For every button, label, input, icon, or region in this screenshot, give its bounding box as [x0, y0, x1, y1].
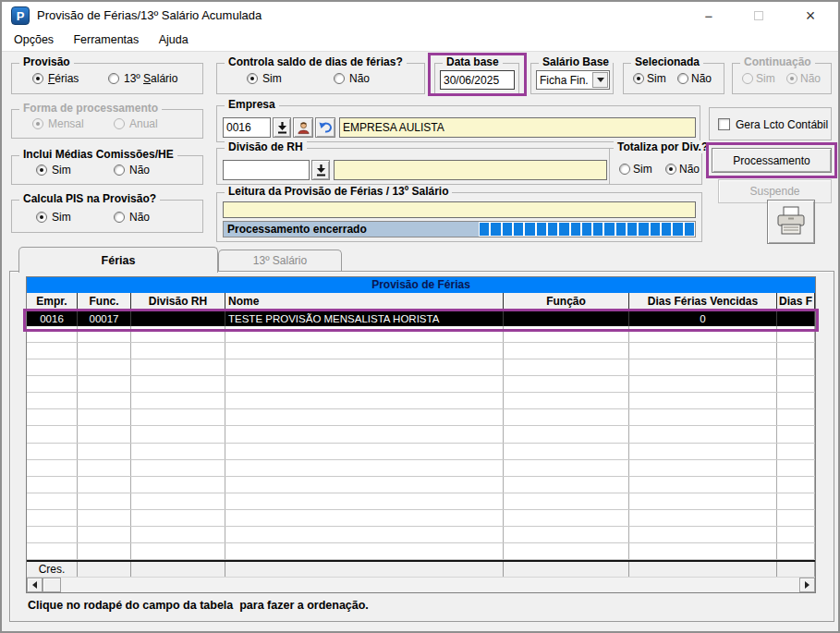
footer-cell[interactable] — [629, 562, 777, 577]
menu-item-opcoes[interactable]: Opções — [6, 30, 62, 50]
table-cell — [27, 393, 78, 408]
maximize-button[interactable] — [737, 2, 780, 30]
table-row[interactable] — [27, 343, 815, 359]
radio-selecionada-nao[interactable]: Não — [677, 72, 712, 85]
footer-cell[interactable] — [78, 562, 131, 577]
gera-lcto-checkbox[interactable] — [718, 118, 730, 130]
divisao-lookup-button[interactable] — [311, 160, 330, 180]
radio-pis-nao[interactable]: Não — [114, 211, 150, 224]
progress-segment — [651, 223, 660, 236]
print-button[interactable] — [767, 200, 815, 244]
progress-bar: Processamento encerrado — [223, 221, 696, 237]
menu-item-ajuda[interactable]: Ajuda — [151, 30, 197, 50]
table-selected-row[interactable]: 001600017TESTE PROVISÃO MENSALISTA HORIS… — [27, 310, 815, 326]
progress-segment — [514, 223, 523, 236]
tab-ferias[interactable]: Férias — [18, 247, 218, 273]
processamento-button[interactable]: Processamento — [712, 148, 832, 173]
radio-icon — [633, 73, 644, 84]
table-row[interactable] — [27, 493, 815, 510]
radio-medias-nao[interactable]: Não — [114, 164, 150, 177]
table-row[interactable] — [27, 393, 815, 409]
salario-base-select[interactable]: Ficha Fin. — [536, 70, 610, 90]
empresa-code-input[interactable]: 0016 — [223, 117, 271, 138]
header-cell[interactable]: Divisão RH — [131, 293, 225, 309]
table-cell — [225, 527, 504, 542]
table-row[interactable] — [27, 477, 815, 493]
table-row[interactable] — [27, 409, 815, 426]
footer-cell[interactable]: Cres. — [27, 562, 78, 577]
table-cell — [131, 477, 225, 493]
radio-totaliza-sim[interactable]: Sim — [619, 163, 652, 176]
scrollbar-thumb[interactable] — [43, 578, 61, 592]
table-cell — [504, 426, 629, 442]
radio-icon — [665, 164, 676, 175]
empresa-lookup-button[interactable] — [273, 117, 291, 138]
radio-controla-sim[interactable]: Sim — [247, 72, 282, 85]
table-row[interactable] — [27, 426, 815, 443]
radio-icon — [786, 73, 797, 84]
tab-13-salario[interactable]: 13º Salário — [218, 250, 342, 271]
table-footer-row: Cres. — [27, 560, 815, 577]
header-cell[interactable]: Nome — [225, 293, 504, 309]
scroll-left-button[interactable] — [27, 578, 43, 592]
selected-row-cell — [504, 310, 629, 326]
progress-segment — [480, 223, 489, 236]
table-cell — [225, 460, 504, 476]
group-selecionada: Selecionada Sim Não — [623, 63, 724, 94]
table-cell — [225, 493, 504, 509]
table-row[interactable] — [27, 326, 815, 343]
radio-provisao-13-salario[interactable]: 13º Salário — [108, 72, 177, 85]
footer-cell[interactable] — [225, 562, 504, 577]
minimize-button[interactable]: − — [688, 2, 730, 30]
table-cell — [78, 343, 131, 359]
footer-cell[interactable] — [131, 562, 225, 577]
table-row[interactable] — [27, 527, 815, 543]
table-cell — [504, 460, 629, 476]
radio-controla-nao[interactable]: Não — [334, 72, 370, 85]
radio-icon — [32, 118, 43, 129]
header-cell[interactable]: Empr. — [27, 293, 78, 309]
radio-selecionada-sim[interactable]: Sim — [633, 72, 666, 85]
header-cell[interactable]: Dias F — [777, 293, 815, 309]
table-cell — [504, 543, 629, 559]
table-cell — [629, 426, 777, 442]
data-base-input[interactable]: 30/06/2025 — [440, 70, 515, 90]
footer-cell[interactable] — [504, 562, 629, 577]
radio-icon — [36, 212, 47, 223]
group-salario-caption: Salário Base — [539, 55, 613, 68]
divisao-code-input[interactable] — [223, 160, 310, 180]
radio-icon — [334, 73, 345, 84]
table-row[interactable] — [27, 510, 815, 527]
group-medias-caption: Inclui Médias Comissões/HE — [19, 148, 177, 161]
empresa-undo-button[interactable] — [315, 117, 335, 138]
table-cell — [225, 376, 504, 392]
radio-provisao-ferias[interactable]: Férias — [32, 72, 79, 85]
footer-cell[interactable] — [777, 562, 815, 577]
table-cell — [225, 409, 504, 425]
radio-medias-sim[interactable]: Sim — [36, 164, 71, 177]
selected-row-cell: 00017 — [78, 310, 131, 326]
menu-item-ferramentas[interactable]: Ferramentas — [65, 30, 147, 50]
selected-row-cell: TESTE PROVISÃO MENSALISTA HORISTA — [225, 310, 504, 326]
horizontal-scrollbar[interactable] — [27, 577, 815, 592]
table-cell — [27, 343, 78, 359]
status-bar-text: Clique no rodapé do campo da tabela para… — [28, 599, 369, 612]
scrollbar-track[interactable] — [61, 578, 799, 592]
scroll-right-button[interactable] — [799, 578, 815, 592]
dropdown-button[interactable] — [592, 72, 608, 88]
empresa-person-button[interactable] — [293, 117, 313, 138]
header-cell[interactable]: Dias Férias Vencidas — [629, 293, 777, 309]
header-cell[interactable]: Função — [504, 293, 629, 309]
radio-pis-sim[interactable]: Sim — [36, 211, 71, 224]
table-cell — [629, 444, 777, 459]
table-row[interactable] — [27, 543, 815, 560]
radio-totaliza-nao[interactable]: Não — [665, 163, 700, 176]
table-row[interactable] — [27, 444, 815, 460]
header-cell[interactable]: Func. — [78, 293, 131, 309]
close-button[interactable]: × — [789, 2, 832, 30]
table-cell — [27, 444, 78, 459]
progress-segment — [537, 223, 546, 236]
table-row[interactable] — [27, 359, 815, 376]
table-row[interactable] — [27, 376, 815, 393]
table-row[interactable] — [27, 460, 815, 477]
